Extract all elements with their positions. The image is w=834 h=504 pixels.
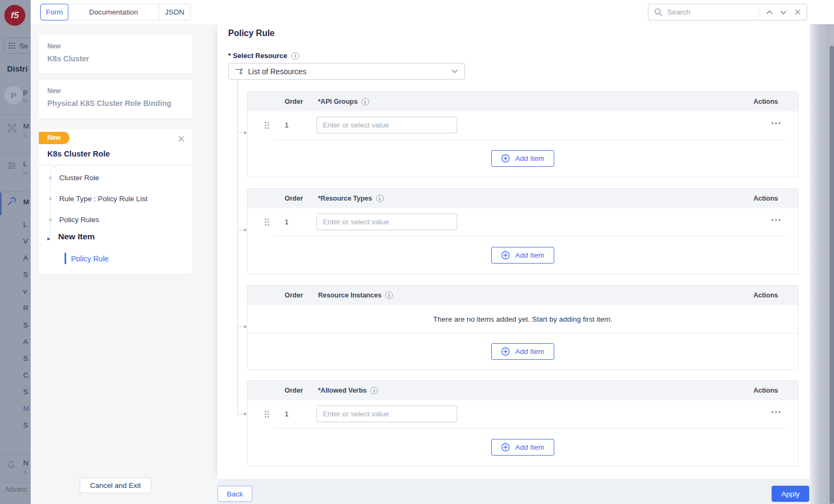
wizard-step-k8s-cluster[interactable]: New K8s Cluster — [39, 35, 192, 74]
tree-item-policy-rule[interactable]: Policy Rule — [71, 254, 109, 263]
connector-stub — [237, 230, 244, 230]
page-title: Policy Rule — [228, 29, 274, 38]
load-balancer-icon — [7, 161, 17, 171]
actions-header: Actions — [753, 195, 778, 202]
order-header: Order — [285, 98, 318, 105]
background-sidebar: f5 Se Distri P p N M S — [0, 0, 31, 504]
divider — [39, 165, 192, 165]
plus-circle-icon — [501, 154, 510, 163]
table-footer: Add Item — [248, 333, 798, 370]
close-step-button[interactable] — [176, 133, 187, 144]
plus-circle-icon — [501, 347, 510, 356]
grid-icon — [8, 42, 16, 49]
add-item-label: Add Item — [515, 443, 544, 451]
table-footer: Add Item — [248, 237, 798, 274]
chevron-up-icon — [766, 10, 773, 15]
row-actions-menu[interactable]: ••• — [771, 216, 782, 224]
drag-handle-icon[interactable] — [264, 409, 270, 419]
tree-item-cluster-role[interactable]: Cluster Role — [59, 174, 99, 182]
api-groups-table: Order *API Groups i Actions 1 ••• — [247, 91, 798, 178]
active-nav-indicator — [0, 193, 2, 215]
actions-header: Actions — [753, 292, 778, 299]
subnav-item: R — [23, 304, 29, 315]
apply-button[interactable]: Apply — [772, 486, 809, 502]
add-item-button[interactable]: Add Item — [491, 343, 554, 360]
search-input[interactable] — [667, 8, 755, 16]
actions-header: Actions — [753, 98, 778, 105]
divider — [0, 153, 31, 154]
tab-form[interactable]: Form — [40, 4, 68, 20]
chevron-down-icon — [451, 69, 458, 74]
search-close-button[interactable] — [790, 5, 804, 19]
drag-handle-icon[interactable] — [264, 120, 270, 130]
nav-item-sub: S — [23, 132, 27, 139]
divider — [0, 482, 31, 482]
scrollbar-thumb[interactable] — [830, 46, 834, 504]
sidebar-footer-link: Advanc — [5, 486, 27, 493]
subnav-item: A — [23, 254, 28, 265]
tab-json[interactable]: JSON — [159, 4, 190, 20]
subnav-item: A — [23, 338, 28, 349]
profile-name: p — [23, 88, 27, 96]
notifications-label: N — [23, 459, 29, 467]
info-icon[interactable]: i — [292, 52, 299, 60]
resource-instances-table: Order Resource Instances i Actions There… — [247, 285, 798, 370]
select-service-button: Se — [3, 38, 31, 54]
resource-types-input[interactable] — [316, 214, 457, 230]
add-item-label: Add Item — [515, 154, 544, 162]
tree-item-rule-type[interactable]: Rule Type : Policy Rule List — [59, 195, 147, 203]
add-item-button[interactable]: Add Item — [491, 247, 554, 264]
search-prev-button[interactable] — [762, 5, 776, 19]
order-header: Order — [285, 387, 318, 394]
bell-icon — [6, 460, 16, 470]
order-header: Order — [285, 195, 318, 202]
field-header: Resource Instances i — [318, 292, 393, 299]
tab-documentation[interactable]: Documentation — [68, 4, 159, 20]
cancel-and-exit-button[interactable]: Cancel and Exit — [80, 478, 151, 493]
table-row: 1 ••• — [248, 400, 798, 428]
order-header: Order — [285, 292, 318, 299]
info-icon[interactable]: i — [370, 387, 378, 394]
allowed-verbs-table: Order *Allowed Verbs i Actions 1 ••• — [247, 380, 798, 466]
sidebar-heading: Distri — [7, 64, 27, 73]
row-actions-menu[interactable]: ••• — [771, 408, 782, 416]
form-footer: Back Apply — [217, 479, 810, 504]
wizard-step-cluster-role-binding[interactable]: New Physical K8S Cluster Role Binding — [39, 80, 192, 118]
api-groups-input[interactable] — [316, 117, 457, 133]
info-icon[interactable]: i — [385, 292, 393, 299]
avatar: P — [4, 86, 23, 104]
subnav-item: S — [23, 421, 28, 432]
select-resource-dropdown[interactable]: List of Resources — [228, 63, 465, 80]
nav-item-manage: M — [23, 198, 29, 206]
profile-sub: N — [23, 98, 27, 104]
nav-item: L — [23, 160, 27, 168]
distributed-apps-icon — [7, 123, 17, 133]
chevron-down-icon — [780, 10, 787, 15]
row-actions-menu[interactable]: ••• — [771, 119, 782, 127]
allowed-verbs-input[interactable] — [316, 406, 457, 422]
add-item-button[interactable]: Add Item — [491, 150, 554, 167]
info-icon[interactable]: i — [376, 195, 384, 202]
table-header: Order Resource Instances i Actions — [248, 286, 798, 305]
connector-stub — [237, 414, 244, 414]
subnav-item: v — [23, 287, 27, 298]
divider — [0, 191, 31, 192]
info-icon[interactable]: i — [362, 98, 369, 105]
drag-handle-icon[interactable] — [264, 217, 270, 227]
divider — [759, 8, 759, 17]
table-footer: Add Item — [248, 140, 798, 177]
row-order: 1 — [285, 121, 289, 129]
search-next-button[interactable] — [776, 5, 790, 19]
field-header: *Allowed Verbs i — [318, 387, 378, 394]
nav-item: M — [23, 122, 29, 130]
tree-item-new-item[interactable]: New Item — [58, 232, 95, 242]
table-header: Order *Resource Types i Actions — [248, 189, 798, 208]
table-header: Order *Allowed Verbs i Actions — [248, 381, 798, 400]
back-button[interactable]: Back — [217, 486, 252, 502]
tree-item-policy-rules[interactable]: Policy Rules — [59, 216, 99, 224]
select-service-label: Se — [19, 42, 28, 50]
add-item-button[interactable]: Add Item — [491, 439, 554, 456]
table-footer: Add Item — [248, 429, 798, 466]
search-icon — [654, 8, 663, 17]
tree-bullet — [49, 197, 52, 200]
